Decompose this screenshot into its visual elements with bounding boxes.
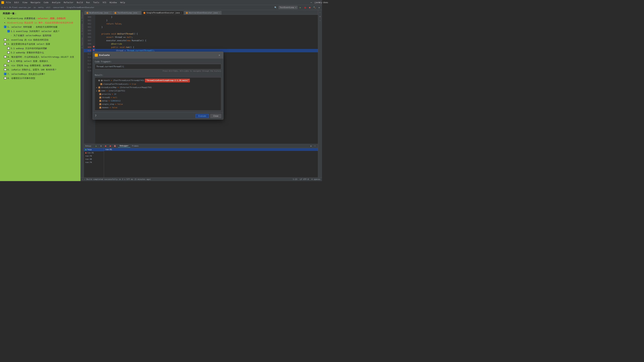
tab-singlethread[interactable]: SingleThreadEventExecutor.java ✕ bbox=[142, 11, 184, 14]
tree-row-eetop[interactable]: f eetop = 510656512 bbox=[95, 99, 221, 102]
line-numbers: 900 901 902 903 904 905 906 907 908 989 bbox=[84, 15, 92, 144]
menu-help[interactable]: Help bbox=[120, 1, 126, 4]
debug-icon-2 bbox=[101, 80, 103, 81]
checkbox-3-1[interactable] bbox=[8, 47, 10, 50]
run-button[interactable]: ▶ bbox=[298, 6, 302, 10]
editor-area: 1: Project 2: Structure 2: Favorites Nio… bbox=[80, 10, 322, 181]
menu-run[interactable]: Run bbox=[86, 1, 90, 4]
indent-setting: 4 spaces bbox=[312, 178, 320, 180]
build-button[interactable]: 🔨 bbox=[312, 6, 316, 10]
close-dialog-button[interactable]: Close bbox=[210, 114, 221, 118]
stop-debug-button[interactable]: ⏹ bbox=[104, 144, 107, 148]
code-input-field[interactable]: Thread.currentThread()| bbox=[95, 64, 221, 69]
menu-navigate[interactable]: Navigate bbox=[30, 1, 41, 4]
frames-tab[interactable]: Frames bbox=[130, 144, 140, 148]
note-item-4: 1.1 eventloop 为何有两个 selector 成员？ bbox=[4, 30, 78, 33]
breakpoint-910[interactable] bbox=[92, 48, 95, 52]
tree-row-threadq[interactable]: f threadQ = null bbox=[95, 96, 221, 99]
menu-edit[interactable]: Edit bbox=[14, 1, 20, 4]
session-nio[interactable]: *nio bbox=[84, 148, 104, 151]
checkbox-5[interactable] bbox=[4, 64, 6, 66]
tab-testeventloop-close[interactable]: ✕ bbox=[138, 12, 139, 14]
menu-refactor[interactable]: Refactor bbox=[63, 1, 74, 4]
tree-row-daemon[interactable]: f daemon = false bbox=[95, 106, 221, 109]
bottom-tab-bar: Debug: ▶ ⏸ ⏹ ⏹ 🔇 Debugger Frames bbox=[84, 144, 318, 148]
pause-button[interactable]: ⏸ bbox=[99, 144, 103, 148]
menu-tools[interactable]: Tools bbox=[92, 1, 100, 4]
checkbox-4-1[interactable] bbox=[8, 60, 10, 62]
minimize-debug-icon[interactable]: ─ bbox=[313, 144, 317, 148]
notes-list: • NioEventLoop 的重要组成：selector，线程，任务队列 • … bbox=[3, 17, 78, 80]
session-run91[interactable]: run:91 bbox=[84, 151, 104, 154]
checkbox-8[interactable] bbox=[4, 77, 6, 79]
java-file-icon bbox=[86, 12, 88, 14]
checkbox-7[interactable] bbox=[4, 73, 6, 75]
tab-nioeventloop-close[interactable]: ✕ bbox=[109, 12, 110, 14]
evaluate-icon bbox=[95, 54, 98, 57]
menu-build[interactable]: Build bbox=[76, 1, 84, 4]
checkbox-3-2[interactable] bbox=[8, 51, 10, 54]
code-line-900: } bbox=[95, 16, 318, 19]
tab-testeventloop[interactable]: TestEventLoop.java ✕ bbox=[112, 11, 141, 14]
settings-icon[interactable]: ⚙ bbox=[317, 6, 321, 10]
session-run74b[interactable]: run:74 bbox=[84, 161, 104, 164]
menu-vcs[interactable]: VCS bbox=[102, 1, 107, 4]
resume-button[interactable]: ▶ bbox=[94, 144, 98, 148]
sidebar-grid-icon[interactable]: ⊞ bbox=[318, 15, 322, 18]
settings-debug-icon[interactable]: ⚙ bbox=[309, 144, 312, 148]
menu-view[interactable]: View bbox=[22, 1, 28, 4]
project-tab[interactable]: 1: Project bbox=[81, 11, 83, 22]
session-run30[interactable]: run:30 bbox=[84, 158, 104, 161]
tree-row-threadlocalmap[interactable]: ▶ f threadLocalMap = {InternalThreadLoca… bbox=[95, 86, 221, 89]
search-icon[interactable]: 🔍 bbox=[274, 6, 278, 10]
field-icon-8: f bbox=[99, 107, 101, 109]
session-run74a[interactable]: run:74 bbox=[84, 154, 104, 158]
structure-tab[interactable]: 2: Structure bbox=[81, 22, 83, 36]
stop-button[interactable]: ⏹ bbox=[308, 6, 312, 10]
tree-row-priority[interactable]: f priority = 10 bbox=[95, 92, 221, 96]
frame-run91[interactable]: run:91 bbox=[104, 148, 318, 151]
sidebar-check-icon[interactable]: ✓ bbox=[318, 11, 322, 14]
field-icon-6: f bbox=[99, 100, 101, 102]
debugger-tab[interactable]: Debugger bbox=[118, 144, 130, 148]
field-icon-4: f bbox=[99, 93, 101, 95]
menu-file[interactable]: File bbox=[5, 1, 12, 4]
step-over-button[interactable]: ⏹ bbox=[109, 144, 112, 148]
evaluate-dialog[interactable]: Evaluate ✕ Code fragment: Thread.current… bbox=[92, 52, 224, 120]
evaluate-button[interactable]: Evaluate bbox=[196, 114, 209, 118]
tab-nioeventloop[interactable]: NioEventLoop.java ✕ bbox=[84, 11, 112, 14]
checkbox-3[interactable] bbox=[4, 43, 6, 45]
note-item-5: - 为了在遍历 selectedKeys 提高性能 bbox=[4, 34, 78, 37]
minimize-button[interactable]: ─ bbox=[310, 1, 312, 4]
checkbox-1[interactable] bbox=[4, 26, 6, 28]
session-dot-run91 bbox=[85, 152, 86, 154]
run-config[interactable]: TestEventLoop ▾ bbox=[278, 6, 298, 9]
note-item-7: 3. 提交普通任务会不会结束 select 阻塞 bbox=[4, 42, 78, 46]
dialog-close-button[interactable]: ✕ bbox=[218, 53, 221, 57]
menu-analyze[interactable]: Analyze bbox=[51, 1, 61, 4]
tree-row-cleanup[interactable]: f cleanupFastThreadLocals = true bbox=[95, 82, 221, 86]
checkbox-1-1[interactable] bbox=[8, 30, 10, 32]
tab-singlethread-close[interactable]: ✕ bbox=[181, 12, 182, 14]
favorites-tab[interactable]: 2: Favorites bbox=[81, 36, 83, 50]
help-icon[interactable]: ? bbox=[95, 114, 96, 118]
breakpoint-989[interactable] bbox=[92, 45, 95, 48]
tab-abstract[interactable]: AbstractEventExecutor.java ✕ bbox=[184, 11, 222, 14]
checkbox-2[interactable] bbox=[4, 38, 6, 41]
tab-abstract-close[interactable]: ✕ bbox=[219, 12, 220, 14]
menu-code[interactable]: Code bbox=[43, 1, 49, 4]
note-item-3: 1. selector 何时创建 - 在构造方法调用时创建 bbox=[4, 25, 78, 29]
breadcrumb: ll-4.1.39.Final-sources.jar › io › netty… bbox=[1, 6, 94, 8]
menu-window[interactable]: Window bbox=[109, 1, 118, 4]
tree-row-singlestep[interactable]: f single_step = false bbox=[95, 102, 221, 106]
checkbox-6[interactable] bbox=[4, 68, 6, 71]
sidebar-arrow-icon[interactable]: → bbox=[318, 19, 322, 22]
line-encoding: LF UTF-8 bbox=[300, 178, 309, 180]
tree-row-name[interactable]: ▶ f name = {char[21]@1751} bbox=[95, 89, 221, 92]
active-breakpoint-marker bbox=[93, 49, 94, 51]
debug-button[interactable]: 🐞 bbox=[303, 6, 307, 10]
mute-breakpoints[interactable]: 🔇 bbox=[113, 144, 117, 148]
app-logo-icon bbox=[1, 1, 4, 4]
checkbox-4[interactable] bbox=[4, 56, 6, 58]
tree-row-root[interactable]: result = {FastThreadLocalThread@1743} "T… bbox=[95, 78, 221, 82]
